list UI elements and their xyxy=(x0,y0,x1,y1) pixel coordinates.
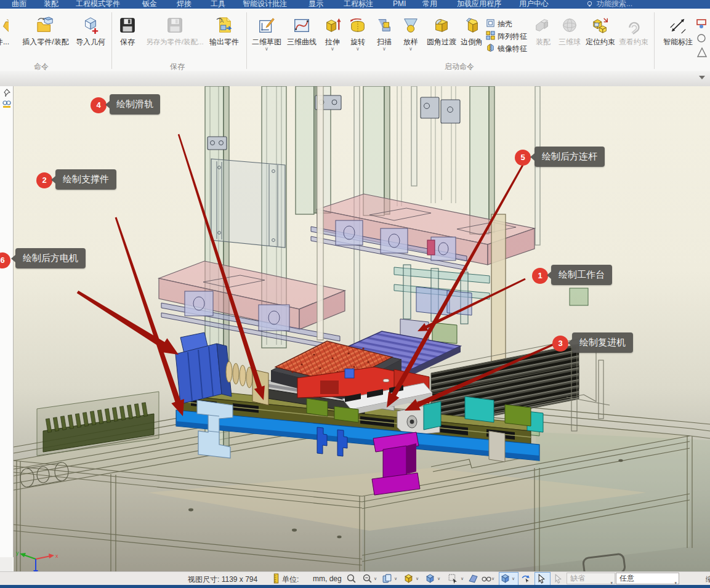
light-bulb-icon xyxy=(586,1,593,7)
collapse-arrow-icon[interactable] xyxy=(699,76,705,79)
shell-icon xyxy=(486,18,495,28)
zoom-window-icon[interactable] xyxy=(362,573,373,584)
unit-value: mm, deg xyxy=(313,574,342,583)
menu-item-user-center[interactable]: 用户中心 xyxy=(519,0,549,8)
view-rotate-icon[interactable] xyxy=(448,573,458,584)
menu-item-surface[interactable]: 曲面 xyxy=(12,0,26,8)
menu-item-display[interactable]: 显示 xyxy=(309,0,323,8)
position-constraint-button[interactable]: 定位约束 xyxy=(584,16,616,46)
viewport-3d[interactable]: y x z xyxy=(14,86,710,571)
position-constraint-icon xyxy=(591,16,610,34)
function-search[interactable]: 功能搜索... xyxy=(597,0,632,8)
menu-item-load-apps[interactable]: 加载应用程序 xyxy=(457,0,501,8)
menu-item-common[interactable]: 常用 xyxy=(422,0,437,8)
support-pillar xyxy=(489,431,505,462)
bottom-edge-bar xyxy=(0,585,710,588)
cad-model-canvas[interactable]: y x z xyxy=(14,86,710,571)
pan-view-icon[interactable] xyxy=(382,573,392,584)
zoom-all-icon[interactable] xyxy=(346,573,357,584)
status-bar: 视图尺寸: 1139 x 794 单位: mm, deg ∨ ∨ ∨ ∨ ∨ ∨… xyxy=(0,571,710,586)
annotation-1-number: 1 xyxy=(532,268,548,284)
save-as-icon xyxy=(165,16,185,34)
view-constraint-button[interactable]: 查看约束 xyxy=(618,16,650,46)
import-geometry-icon xyxy=(81,16,100,34)
annotation-2-number: 2 xyxy=(36,172,52,188)
insert-part-button[interactable]: 插入零件/装配 xyxy=(17,16,74,46)
menu-item-part-mode[interactable]: 工程模式零件 xyxy=(76,0,120,8)
insert-part-icon xyxy=(36,16,55,34)
ball-3d-icon xyxy=(560,16,579,34)
sidebar-footer xyxy=(0,557,13,571)
pattern-icon xyxy=(486,31,495,40)
mirror-icon xyxy=(486,43,495,52)
loft-button[interactable]: 放样∨ xyxy=(398,16,424,52)
smart-dimension-button[interactable]: 智能标注 xyxy=(661,16,695,46)
sweep-button[interactable]: 扫描∨ xyxy=(371,16,397,52)
curve-3d-button[interactable]: 三维曲线 xyxy=(285,16,318,46)
file-icon xyxy=(0,16,9,34)
assemble-button[interactable]: 装配 xyxy=(530,16,556,46)
undo-view-icon[interactable] xyxy=(520,573,531,584)
save-button[interactable]: 保存 xyxy=(115,16,140,46)
select-cursor-icon xyxy=(536,573,547,584)
unit-label: 单位: xyxy=(282,574,299,585)
view-constraint-icon xyxy=(624,16,643,34)
any-combo[interactable]: 任意▾ xyxy=(616,573,679,584)
loft-icon xyxy=(401,16,421,34)
import-geometry-button[interactable]: 导入几何 xyxy=(73,16,108,46)
export-part-button[interactable]: A 输出零件 xyxy=(207,16,241,46)
menu-item-tools[interactable]: 工具 xyxy=(211,0,225,8)
right-partial-text: 缩 xyxy=(706,574,710,585)
menu-item-smart-notes[interactable]: 智能设计批注 xyxy=(243,0,287,8)
view-iso-icon[interactable] xyxy=(403,573,414,584)
fillet-button[interactable]: 圆角过渡 xyxy=(425,16,458,46)
select-cursor-disabled-icon xyxy=(553,573,563,584)
curve-3d-icon xyxy=(292,16,312,34)
annotation-5-label: 绘制后方连杆 xyxy=(535,147,605,167)
view-front-icon[interactable] xyxy=(425,573,435,584)
search-tree-icon[interactable] xyxy=(2,99,12,109)
menu-item-assembly[interactable]: 装配 xyxy=(44,0,58,8)
fillet-icon xyxy=(432,16,451,34)
annotation-4-label: 绘制滑轨 xyxy=(110,94,160,115)
default-combo[interactable]: 缺省▾ xyxy=(567,573,615,584)
extrude-icon xyxy=(323,16,342,34)
annotation-3-number: 3 xyxy=(552,336,568,352)
menu-bar: 曲面 装配 工程模式零件 钣金 焊接 工具 智能设计批注 显示 工程标注 PMI… xyxy=(0,0,710,9)
sketch-2d-button[interactable]: 二维草图∨ xyxy=(250,16,283,52)
annotation-4-number: 4 xyxy=(91,97,107,113)
left-sidebar xyxy=(0,86,14,557)
ruler-icon xyxy=(271,573,281,584)
export-part-icon: A xyxy=(214,16,234,34)
chamfer-icon xyxy=(462,16,482,34)
sweep-icon xyxy=(374,16,394,34)
ribbon-toolbar: 文件... 插入零件/装配 导入几何 保存 另存为零件/装配... A 输出零件… xyxy=(0,9,710,71)
sketch-2d-icon xyxy=(257,16,276,34)
ball-3d-button[interactable]: 三维球 xyxy=(555,16,584,46)
view-size-label: 视图尺寸: 1139 x 794 xyxy=(188,574,257,585)
assemble-icon xyxy=(533,16,553,34)
extrude-button[interactable]: 拉伸∨ xyxy=(320,16,345,52)
edge-icons[interactable] xyxy=(696,18,710,62)
vertical-rod xyxy=(317,86,323,340)
menu-item-eng-dim[interactable]: 工程标注 xyxy=(344,0,373,8)
menu-item-sheetmetal[interactable]: 钣金 xyxy=(142,0,157,8)
menu-item-pmi[interactable]: PMI xyxy=(393,0,406,8)
svg-text:x: x xyxy=(55,553,58,559)
visual-style-icon[interactable] xyxy=(481,573,491,584)
annotation-6-label: 绘制后方电机 xyxy=(15,248,86,268)
perspective-icon[interactable] xyxy=(468,573,478,584)
smart-dimension-icon xyxy=(668,16,688,34)
save-icon xyxy=(118,16,137,34)
pin-icon[interactable] xyxy=(2,89,10,97)
chamfer-button[interactable]: 边倒角 xyxy=(456,16,487,46)
render-mode-icon xyxy=(500,573,510,584)
ribbon-collapse-strip xyxy=(0,71,710,87)
revolve-button[interactable]: 旋转∨ xyxy=(345,16,371,52)
annotation-2-label: 绘制支撑件 xyxy=(55,169,116,190)
annotation-1-label: 绘制工作台 xyxy=(551,265,612,285)
svg-text:y: y xyxy=(16,550,19,556)
file-button[interactable]: 文件... xyxy=(0,16,17,46)
save-as-button[interactable]: 另存为零件/装配... xyxy=(144,16,206,46)
menu-item-weld[interactable]: 焊接 xyxy=(177,0,192,8)
